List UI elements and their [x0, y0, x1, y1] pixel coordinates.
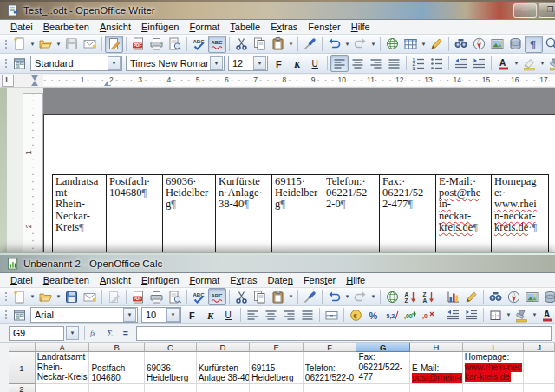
cell-C2[interactable]: [145, 384, 197, 392]
chart-icon[interactable]: [444, 288, 462, 305]
column-header-J[interactable]: J: [524, 343, 555, 352]
calc-menu-daten[interactable]: Daten: [263, 275, 298, 285]
cell-J1[interactable]: [524, 352, 555, 384]
writer-menu-einfügen[interactable]: Einfügen: [136, 22, 184, 32]
increase-indent-icon[interactable]: [462, 306, 480, 323]
writer-paragraph-style-combo[interactable]: Standard▼: [30, 56, 122, 71]
writer-table-cell[interactable]: 69036·Heidelberg¶: [163, 175, 216, 252]
data-sources-icon[interactable]: [541, 288, 555, 305]
underline-icon[interactable]: U: [219, 306, 238, 323]
numbered-list-icon[interactable]: 1.2.3.: [409, 55, 428, 72]
writer-menu-fenster[interactable]: Fenster: [303, 22, 345, 32]
undo-dropdown[interactable]: ▼: [343, 289, 351, 304]
writer-table-cell[interactable]: Kurfürsten·Anlage·38-40¶: [216, 175, 272, 252]
writer-table-cell[interactable]: E-Mail:·post@rhein-neckar-kreis.de¶: [436, 175, 492, 252]
grid-corner-box[interactable]: [9, 343, 36, 352]
writer-menu-bearbeiten[interactable]: Bearbeiten: [38, 22, 95, 32]
writer-titlebar[interactable]: Test_..odt - OpenOffice Writer — ❐: [0, 2, 555, 20]
writer-menu-extras[interactable]: Extras: [265, 22, 303, 32]
background-color-dropdown[interactable]: ▼: [531, 307, 539, 323]
align-left-icon[interactable]: [244, 306, 262, 323]
copy-icon[interactable]: [251, 288, 269, 305]
cut-icon[interactable]: [232, 288, 251, 305]
row-header-2[interactable]: 2: [9, 384, 36, 392]
calc-menu-fenster[interactable]: Fenster: [298, 275, 341, 285]
font-color-dropdown[interactable]: ▼: [513, 56, 520, 71]
cell-reference-box[interactable]: G9: [9, 326, 64, 341]
number-format-standard-icon[interactable]: 5,2: [383, 306, 402, 323]
align-justify-icon[interactable]: [385, 55, 403, 72]
writer-menu-datei[interactable]: Datei: [5, 22, 38, 32]
styles-window-icon[interactable]: [10, 55, 29, 72]
writer-menu-format[interactable]: Format: [184, 22, 225, 32]
autospellcheck-icon[interactable]: ABC: [208, 36, 226, 53]
name-box-dropdown[interactable]: ▼: [66, 326, 79, 340]
font-color-icon[interactable]: A: [494, 55, 513, 72]
align-left-icon[interactable]: [330, 55, 349, 72]
align-right-icon[interactable]: [367, 55, 385, 72]
calc-font-size-combo[interactable]: 10▼: [141, 307, 181, 323]
export-pdf-icon[interactable]: PDF: [129, 36, 147, 53]
percent-icon[interactable]: %: [365, 306, 383, 323]
decrease-indent-icon[interactable]: [452, 55, 470, 72]
calc-menu-hilfe[interactable]: Hilfe: [341, 275, 370, 285]
calc-menu-format[interactable]: Format: [184, 275, 225, 285]
formula-input-line[interactable]: [136, 326, 552, 341]
format-paintbrush-icon[interactable]: [301, 36, 319, 53]
calc-menu-bearbeiten[interactable]: Bearbeiten: [38, 275, 95, 285]
new-document-icon[interactable]: [10, 288, 29, 305]
redo-dropdown[interactable]: ▼: [369, 289, 377, 304]
sum-icon[interactable]: Σ: [103, 326, 119, 340]
zoom-icon[interactable]: [543, 36, 555, 53]
maximize-button[interactable]: ❐: [539, 3, 555, 18]
edit-file-icon[interactable]: [105, 36, 123, 53]
writer-table-cell[interactable]: Landratsamt·Rhein-Neckar-Kreis¶: [53, 175, 107, 252]
borders-dropdown[interactable]: ▼: [505, 307, 513, 323]
column-header-A[interactable]: A: [36, 343, 90, 352]
navigator-icon[interactable]: [470, 36, 488, 53]
cell-H1[interactable]: E-Mail:post@rhein-ne: [410, 352, 463, 384]
cell-H2[interactable]: [410, 384, 463, 392]
open-icon[interactable]: [36, 288, 55, 305]
align-center-icon[interactable]: [349, 55, 367, 72]
column-header-I[interactable]: I: [463, 343, 525, 352]
cell-I1[interactable]: Homepage:www.rhein-neckar-kreis.de: [463, 352, 525, 384]
writer-font-size-combo-dropdown[interactable]: ▼: [253, 56, 266, 70]
highlighting-icon[interactable]: [520, 55, 539, 72]
bullet-list-icon[interactable]: [428, 55, 446, 72]
column-header-F[interactable]: F: [304, 343, 357, 352]
undo-dropdown[interactable]: ▼: [343, 36, 351, 52]
cell-B1[interactable]: Postfach104680: [89, 352, 145, 384]
calc-font-size-combo-dropdown[interactable]: ▼: [166, 308, 180, 322]
column-header-B[interactable]: B: [89, 343, 145, 352]
indent-marker[interactable]: [31, 81, 38, 86]
styles-window-icon[interactable]: [10, 306, 29, 323]
bold-icon[interactable]: F: [183, 306, 201, 323]
calc-menu-einfügen[interactable]: Einfügen: [136, 275, 184, 285]
calc-font-name-combo[interactable]: Arial▼: [30, 307, 138, 323]
italic-icon[interactable]: K: [288, 55, 306, 72]
row-header-1[interactable]: 1: [9, 352, 36, 384]
drawing-functions-icon[interactable]: [428, 36, 446, 53]
spellcheck-icon[interactable]: ABC: [190, 288, 208, 305]
email-icon[interactable]: [81, 288, 99, 305]
insert-table-icon[interactable]: [402, 36, 420, 53]
align-right-icon[interactable]: [280, 306, 298, 323]
calc-menu-datei[interactable]: Datei: [5, 275, 38, 285]
writer-page[interactable]: Landratsamt·Rhein-Neckar-Kreis¶Postfach·…: [43, 114, 555, 257]
toolbar-grip[interactable]: [3, 57, 8, 69]
background-color-icon[interactable]: [513, 306, 531, 323]
undo-icon[interactable]: [325, 288, 343, 305]
calc-titlebar[interactable]: Unbenannt 2 - OpenOffice Calc: [0, 255, 555, 273]
writer-table-cell[interactable]: Postfach·104680¶: [107, 175, 163, 252]
char-background-icon[interactable]: [546, 55, 555, 72]
page-preview-icon[interactable]: [166, 36, 184, 53]
paste-icon[interactable]: [269, 36, 287, 53]
cell-F1[interactable]: Telefon:06221/522-0: [304, 352, 357, 384]
gallery-icon[interactable]: [523, 288, 541, 305]
open-dropdown[interactable]: ▼: [55, 36, 62, 52]
writer-menu-ansicht[interactable]: Ansicht: [95, 22, 136, 32]
export-pdf-icon[interactable]: PDF: [129, 288, 147, 305]
underline-icon[interactable]: U: [306, 55, 324, 72]
hyperlink-icon[interactable]: [383, 36, 402, 53]
